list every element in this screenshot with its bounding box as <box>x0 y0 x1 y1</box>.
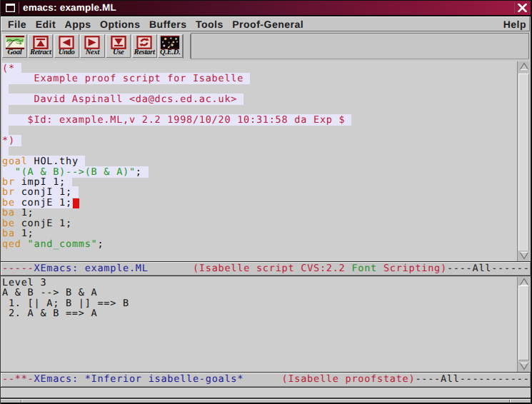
modeline-goals-text: --**-XEmacs: *Inferior isabelle-goals* (… <box>2 374 530 384</box>
goals-line: A & B --> B & A <box>2 288 129 298</box>
script-line: br impI 1; <box>2 177 351 187</box>
toolbar-separator <box>183 34 191 59</box>
use-icon <box>110 36 127 49</box>
modeline-segment: --**- <box>2 373 34 385</box>
toolbar-button-restart[interactable]: Restart <box>132 34 157 58</box>
titlebar-separator-left <box>19 2 19 14</box>
script-line: (* <box>2 64 351 74</box>
window-border-left <box>0 0 1 404</box>
scrollbar-thumb[interactable] <box>518 74 530 252</box>
scrollbar-thumb[interactable] <box>518 286 530 360</box>
window-menu-icon <box>6 4 15 12</box>
restart-icon <box>136 36 153 49</box>
menu-file[interactable]: File <box>8 19 26 30</box>
xemacs-window: emacs: example.ML FileEditAppsOptionsBuf… <box>0 0 532 404</box>
menu-proof-general[interactable]: Proof-General <box>232 19 303 30</box>
undo-icon <box>58 36 75 49</box>
toolbar-button-retract[interactable]: Retract <box>28 34 53 58</box>
goals-line: Level 3 <box>2 278 129 288</box>
modeline-script-buffer[interactable]: -----XEmacs: example.ML (Isabelle script… <box>1 261 531 277</box>
toolbar-button-label: Q.E.D. <box>159 49 182 56</box>
modeline-segment <box>244 373 281 385</box>
menu-options[interactable]: Options <box>100 19 140 30</box>
close-icon <box>518 4 527 12</box>
modeline-segment: ---- <box>415 373 441 385</box>
window-bottom-frame <box>0 398 532 404</box>
text-segment: $Id: example.ML,v 2.2 1998/10/20 10:31:5… <box>2 114 345 126</box>
toolbar-button-label: Restart <box>133 49 156 56</box>
goal-icon <box>4 36 25 49</box>
titlebar[interactable]: emacs: example.ML <box>1 1 531 16</box>
modeline-script-text: -----XEmacs: example.ML (Isabelle script… <box>2 263 530 273</box>
script-line: *) <box>2 136 351 146</box>
script-line: br conjI 1; <box>2 187 351 197</box>
retract-icon <box>32 36 49 49</box>
script-line: ba 1; <box>2 228 351 238</box>
toolbar-button-use[interactable]: Use <box>106 34 131 58</box>
modeline-segment: All <box>472 263 491 274</box>
goals-line: 1. [| A; B |] ==> B <box>2 298 129 308</box>
scroll-up-arrow[interactable] <box>518 61 530 72</box>
menubar: FileEditAppsOptionsBuffersToolsProof-Gen… <box>1 16 530 31</box>
toolbar: Goal Retract Undo Next Use Restart Q.E <box>1 32 530 61</box>
locked-region-span: $Id: example.ML,v 2.2 1998/10/20 10:31:5… <box>2 114 351 126</box>
text-cursor <box>73 198 79 208</box>
script-buffer[interactable]: (* Example proof script for Isabelle Dav… <box>1 61 531 262</box>
text-segment: "and_comms" <box>28 238 98 250</box>
script-line: be conjE 1; <box>2 218 351 228</box>
script-line: "(A & B)-->(B & A)"; <box>2 167 351 177</box>
text-segment: David Aspinall <da@dcs.ed.ac.uk> <box>2 94 237 105</box>
qed-icon <box>160 36 181 49</box>
text-segment <box>21 238 28 250</box>
modeline-segment: All <box>441 373 460 385</box>
modeline-segment: (Isabelle proofstate) <box>282 373 416 385</box>
toolbar-button-next[interactable]: Next <box>80 34 105 58</box>
close-button[interactable] <box>516 1 529 14</box>
script-line <box>2 146 351 156</box>
scroll-down-arrow[interactable] <box>518 251 530 261</box>
script-buffer-text: (* Example proof script for Isabelle Dav… <box>2 64 351 249</box>
toolbar-button-undo[interactable]: Undo <box>54 34 79 58</box>
minibuffer[interactable] <box>1 388 531 398</box>
scroll-down-arrow[interactable] <box>518 361 530 372</box>
goals-line: 2. A & B ==> A <box>2 308 129 318</box>
toolbar-button-label: Goal <box>3 49 26 56</box>
locked-region-span: David Aspinall <da@dcs.ed.ac.uk> <box>2 94 244 105</box>
toolbar-button-qed[interactable]: Q.E.D. <box>158 34 183 58</box>
menu-apps[interactable]: Apps <box>65 19 91 30</box>
scrollbar-goals-buffer <box>516 277 531 372</box>
script-line: Example proof script for Isabelle <box>2 74 351 84</box>
scrollbar-script-buffer <box>516 61 531 261</box>
modeline-segment <box>149 263 193 274</box>
window-menu-button[interactable] <box>4 2 17 14</box>
menu-help[interactable]: Help <box>503 19 526 30</box>
text-segment: ; <box>136 166 142 178</box>
modeline-segment: (Isabelle script CVS:2.2 <box>193 263 351 274</box>
script-line: $Id: example.ML,v 2.2 1998/10/20 10:31:5… <box>2 115 351 125</box>
script-line: ba 1; <box>2 208 351 218</box>
script-line <box>2 126 351 136</box>
toolbar-spacer-panel <box>191 33 529 59</box>
menu-tools[interactable]: Tools <box>196 19 224 30</box>
text-segment: qed <box>2 238 21 250</box>
text-segment: ; <box>97 238 104 250</box>
toolbar-button-label: Retract <box>29 49 52 56</box>
modeline-goals-buffer[interactable]: --**-XEmacs: *Inferior isabelle-goals* (… <box>1 372 531 388</box>
modeline-segment: Font <box>351 263 377 274</box>
goals-buffer[interactable]: Level 3A & B --> B & A 1. [| A; B |] ==>… <box>1 277 531 373</box>
text-segment: Example proof script for Isabelle <box>2 73 244 84</box>
modeline-segment: XEmacs: example.ML <box>34 263 149 274</box>
window-title: emacs: example.ML <box>23 2 116 13</box>
menu-buffers[interactable]: Buffers <box>149 19 187 30</box>
modeline-segment: ----------- <box>460 373 530 385</box>
script-line <box>2 84 351 94</box>
script-line: be conjE 1; <box>2 198 351 208</box>
toolbar-button-goal[interactable]: Goal <box>2 34 27 58</box>
modeline-segment: XEmacs: *Inferior isabelle-goals* <box>34 373 244 385</box>
menu-edit[interactable]: Edit <box>36 19 56 30</box>
window-border-top <box>0 0 532 1</box>
titlebar-separator-right <box>514 2 515 14</box>
modeline-segment: ----- <box>2 263 34 274</box>
next-icon <box>84 36 101 49</box>
script-line: qed "and_comms"; <box>2 239 351 249</box>
